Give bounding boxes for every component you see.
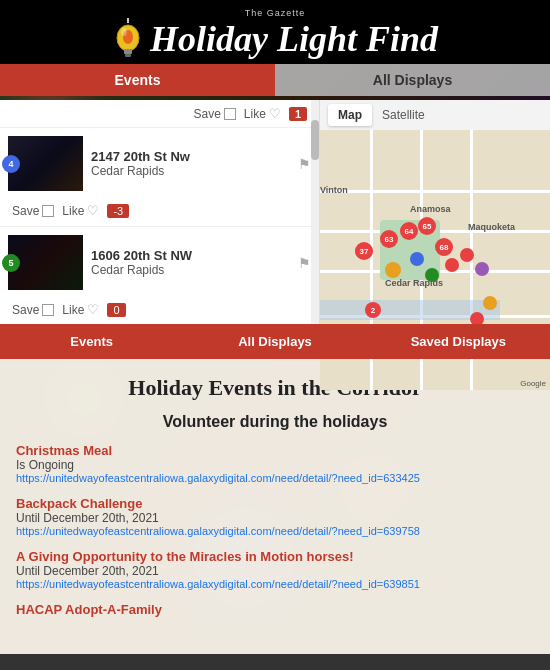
city-label-west: Vinton — [320, 185, 348, 195]
event-item-3: A Giving Opportunity to the Miracles in … — [16, 549, 534, 590]
listing-save-button-2[interactable]: Save — [12, 303, 54, 317]
tab-saved-displays-bottom[interactable]: Saved Displays — [367, 324, 550, 359]
listing-marker-1: 4 — [2, 155, 20, 173]
event-name-4: HACAP Adopt-A-Family — [16, 602, 534, 617]
event-name-1: Christmas Meal — [16, 443, 534, 458]
listing-marker-2: 5 — [2, 254, 20, 272]
listing-img-wrapper-2: 5 — [8, 235, 83, 290]
event-link-3[interactable]: https://unitedwayofeastcentraliowa.galax… — [16, 578, 534, 590]
listings-panel: Save Like ♡ 1 4 2147 20th St Nw C — [0, 100, 320, 326]
event-name-3: A Giving Opportunity to the Miracles in … — [16, 549, 534, 564]
like-button[interactable]: Like ♡ — [244, 106, 281, 121]
save-label: Save — [194, 107, 221, 121]
map-marker-red2[interactable] — [445, 258, 459, 272]
save-label-2: Save — [12, 303, 39, 317]
event-item-2: Backpack Challenge Until December 20th, … — [16, 496, 534, 537]
top-action-bar: Save Like ♡ 1 — [0, 100, 319, 128]
city-label-maquoketa: Maquoketa — [468, 222, 515, 232]
site-title: Holiday Light Find — [150, 18, 438, 60]
event-date-3: Until December 20th, 2021 — [16, 564, 534, 578]
map-tab-map[interactable]: Map — [328, 104, 372, 126]
listing-save-checkbox-1[interactable] — [42, 205, 54, 217]
listing-count-badge-1: -3 — [107, 204, 129, 218]
map-marker-blue[interactable] — [410, 252, 424, 266]
listing-save-checkbox-2[interactable] — [42, 304, 54, 316]
flag-icon-1[interactable]: ⚑ — [298, 156, 311, 172]
like-label: Like — [244, 107, 266, 121]
listing-save-button-1[interactable]: Save — [12, 204, 54, 218]
listing-info-1: 2147 20th St Nw Cedar Rapids — [91, 149, 290, 178]
bottom-tabs: Events All Displays Saved Displays — [0, 324, 550, 359]
event-date-1: Is Ongoing — [16, 458, 534, 472]
heart-icon: ♡ — [269, 106, 281, 121]
events-sub-title: Volunteer during the holidays — [16, 413, 534, 431]
event-name-2: Backpack Challenge — [16, 496, 534, 511]
map-tab-satellite[interactable]: Satellite — [372, 104, 435, 126]
like-label-2: Like — [62, 303, 84, 317]
listing-count-badge-2: 0 — [107, 303, 125, 317]
listing-like-button-2[interactable]: Like ♡ — [62, 302, 99, 317]
scroll-thumb[interactable] — [311, 120, 319, 160]
map-marker-37[interactable]: 37 — [355, 242, 373, 260]
tab-events-bottom[interactable]: Events — [0, 324, 183, 359]
listing-actions-2: Save Like ♡ 0 — [0, 298, 319, 325]
map-tabs-bar: Map Satellite — [320, 100, 550, 130]
svg-rect-4 — [125, 54, 131, 57]
listing-item-2: 5 1606 20th St NW Cedar Rapids ⚑ Save — [0, 227, 319, 326]
scrollbar[interactable] — [311, 100, 319, 326]
svg-rect-3 — [124, 49, 132, 54]
listing-item-1: 4 2147 20th St Nw Cedar Rapids ⚑ Save — [0, 128, 319, 227]
content-area: Events All Displays Save Like ♡ 1 4 — [0, 64, 550, 654]
listing-heart-icon-1: ♡ — [87, 203, 99, 218]
event-date-2: Until December 20th, 2021 — [16, 511, 534, 525]
map-road-h1 — [320, 190, 550, 193]
events-section: Holiday Events in the Corridor Volunteer… — [0, 359, 550, 654]
flag-icon-2[interactable]: ⚑ — [298, 255, 311, 271]
google-attribution: Google — [520, 379, 546, 388]
event-item-1: Christmas Meal Is Ongoing https://united… — [16, 443, 534, 484]
map-marker-green[interactable] — [425, 268, 439, 282]
map-marker-red3[interactable] — [460, 248, 474, 262]
map-marker-bot2[interactable] — [483, 296, 497, 310]
map-marker-63[interactable]: 63 — [380, 230, 398, 248]
svg-point-5 — [121, 28, 127, 36]
event-link-2[interactable]: https://unitedwayofeastcentraliowa.galax… — [16, 525, 534, 537]
header-title-row: Holiday Light Find — [0, 18, 550, 60]
map-marker-64[interactable]: 64 — [400, 222, 418, 240]
like-label-1: Like — [62, 204, 84, 218]
listing-city-1: Cedar Rapids — [91, 164, 290, 178]
gazette-label: The Gazette — [0, 8, 550, 18]
map-marker-68[interactable]: 68 — [435, 238, 453, 256]
map-marker-65[interactable]: 65 — [418, 217, 436, 235]
map-marker-2[interactable]: 2 — [365, 302, 381, 318]
listing-like-button-1[interactable]: Like ♡ — [62, 203, 99, 218]
map-marker-purple[interactable] — [475, 262, 489, 276]
save-button[interactable]: Save — [194, 107, 236, 121]
header: The Gazette Holiday Light Find — [0, 0, 550, 64]
event-link-1[interactable]: https://unitedwayofeastcentraliowa.galax… — [16, 472, 534, 484]
listing-row-2: 5 1606 20th St NW Cedar Rapids ⚑ — [0, 227, 319, 298]
listing-info-2: 1606 20th St NW Cedar Rapids — [91, 248, 290, 277]
listing-row-1: 4 2147 20th St Nw Cedar Rapids ⚑ — [0, 128, 319, 199]
listing-img-wrapper-1: 4 — [8, 136, 83, 191]
city-label-anamosa: Anamosa — [410, 204, 451, 214]
listing-actions-1: Save Like ♡ -3 — [0, 199, 319, 226]
like-count-badge: 1 — [289, 107, 307, 121]
listing-address-1: 2147 20th St Nw — [91, 149, 290, 164]
event-item-4: HACAP Adopt-A-Family — [16, 602, 534, 617]
map-marker-orange[interactable] — [385, 262, 401, 278]
listing-city-2: Cedar Rapids — [91, 263, 290, 277]
save-label-1: Save — [12, 204, 39, 218]
tab-all-displays-top[interactable]: All Displays — [275, 64, 550, 96]
save-checkbox[interactable] — [224, 108, 236, 120]
tab-events-top[interactable]: Events — [0, 64, 275, 96]
page-tabs-top: Events All Displays — [0, 64, 550, 96]
tab-all-displays-bottom[interactable]: All Displays — [183, 324, 366, 359]
listing-heart-icon-2: ♡ — [87, 302, 99, 317]
listing-address-2: 1606 20th St NW — [91, 248, 290, 263]
bulb-icon — [112, 18, 144, 60]
